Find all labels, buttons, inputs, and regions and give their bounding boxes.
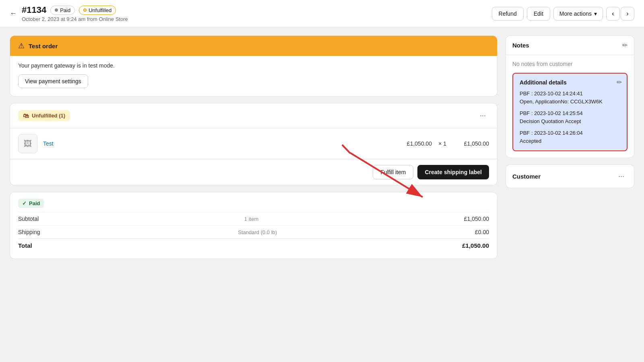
test-order-banner: ⚠ Test order xyxy=(10,36,497,56)
detail-1-line2: Open, ApplicationNo: CCGLX3W6K xyxy=(520,98,620,106)
fulfill-item-button[interactable]: Fulfill item xyxy=(373,165,413,179)
total-label: Total xyxy=(18,242,32,249)
content-area: ⚠ Test order Your payment gateway is in … xyxy=(0,27,644,267)
additional-details-title: Additional details xyxy=(520,79,620,86)
top-bar-left: ← #1134 Paid Unfulfilled October 2, 2023… xyxy=(10,5,128,22)
unfulfilled-header-badge: Unfulfilled xyxy=(79,6,116,15)
detail-2-line1: PBF : 2023-10-02 14:25:54 xyxy=(520,109,620,117)
more-actions-label: More actions xyxy=(559,10,592,17)
item-total: £1,050.00 xyxy=(453,140,489,147)
notes-body: No notes from customer xyxy=(506,55,634,73)
top-bar: ← #1134 Paid Unfulfilled October 2, 2023… xyxy=(0,0,644,27)
nav-arrows: ‹ › xyxy=(606,7,634,21)
payment-card: ✓ Paid Subtotal 1 item £1,050.00 Shippin… xyxy=(10,192,497,259)
box-icon: 🛍 xyxy=(23,112,29,119)
notes-card: Notes ✏ No notes from customer ✏ Additio… xyxy=(506,35,634,158)
banner-text: Your payment gateway is in test mode. xyxy=(18,62,489,69)
subtotal-row: Subtotal 1 item £1,050.00 xyxy=(18,212,489,225)
detail-1-line1: PBF : 2023-10-02 14:24:41 xyxy=(520,90,620,98)
unfulfilled-label: Unfulfilled xyxy=(89,7,111,13)
notes-edit-icon[interactable]: ✏ xyxy=(622,41,627,49)
payment-paid-label: Paid xyxy=(29,200,40,206)
fulfillment-header: 🛍 Unfulfilled (1) ··· xyxy=(10,103,497,128)
paid-badge: Paid xyxy=(50,6,75,15)
order-number: #1134 xyxy=(22,5,46,15)
paid-dot xyxy=(55,8,58,12)
main-column: ⚠ Test order Your payment gateway is in … xyxy=(10,35,497,259)
notes-empty-text: No notes from customer xyxy=(512,61,627,67)
additional-details-box: ✏ Additional details PBF : 2023-10-02 14… xyxy=(512,73,627,151)
next-order-button[interactable]: › xyxy=(621,7,634,21)
side-column: Notes ✏ No notes from customer ✏ Additio… xyxy=(506,35,634,259)
create-shipping-label-button[interactable]: Create shipping label xyxy=(417,165,489,179)
chevron-down-icon: ▾ xyxy=(594,10,597,17)
detail-entry-1: PBF : 2023-10-02 14:24:41 Open, Applicat… xyxy=(520,90,620,105)
subtotal-value: £1,050.00 xyxy=(464,216,489,222)
item-image-icon: 🖼 xyxy=(24,139,32,148)
top-bar-right: Refund Edit More actions ▾ ‹ › xyxy=(492,7,634,21)
subtotal-items: 1 item xyxy=(244,216,258,222)
additional-edit-icon[interactable]: ✏ xyxy=(617,78,622,86)
view-payment-settings-button[interactable]: View payment settings xyxy=(18,74,88,88)
item-qty: × 1 xyxy=(438,140,446,147)
customer-card: Customer ··· xyxy=(506,165,634,188)
detail-entry-3: PBF : 2023-10-02 14:26:04 Accepted xyxy=(520,129,620,145)
payment-header: ✓ Paid xyxy=(10,192,497,212)
payment-rows: Subtotal 1 item £1,050.00 Shipping Stand… xyxy=(10,212,497,259)
paid-label: Paid xyxy=(60,7,70,13)
customer-header: Customer ··· xyxy=(506,165,634,188)
customer-title: Customer xyxy=(512,173,541,180)
shipping-sub: Standard (0.0 lb) xyxy=(238,229,277,235)
banner-body: Your payment gateway is in test mode. Vi… xyxy=(10,56,497,96)
item-price: £1,050.00 xyxy=(407,140,432,147)
test-order-card: ⚠ Test order Your payment gateway is in … xyxy=(10,35,497,97)
item-pricing: £1,050.00 × 1 £1,050.00 xyxy=(407,140,489,147)
unfulfilled-badge-label: Unfulfilled (1) xyxy=(32,113,65,119)
banner-title: Test order xyxy=(29,43,58,49)
fulfillment-item-row: 🖼 Test £1,050.00 × 1 £1,050.00 xyxy=(10,128,497,159)
payment-paid-badge: ✓ Paid xyxy=(18,199,44,208)
detail-2-line2: Decision Quotation Accept xyxy=(520,117,620,125)
shipping-row: Shipping Standard (0.0 lb) £0.00 xyxy=(18,225,489,239)
unfulfilled-badge: 🛍 Unfulfilled (1) xyxy=(18,110,70,121)
unfulfilled-dot xyxy=(83,8,87,12)
order-date: October 2, 2023 at 9:24 am from Online S… xyxy=(22,16,128,22)
shipping-label: Shipping xyxy=(18,229,40,235)
item-image: 🖼 xyxy=(18,134,37,153)
total-value: £1,050.00 xyxy=(462,242,489,249)
notes-title: Notes xyxy=(512,42,529,49)
prev-order-button[interactable]: ‹ xyxy=(606,7,620,21)
edit-button[interactable]: Edit xyxy=(527,7,550,21)
customer-more-icon[interactable]: ··· xyxy=(615,171,627,182)
notes-header: Notes ✏ xyxy=(506,36,634,55)
more-actions-button[interactable]: More actions ▾ xyxy=(553,7,603,21)
detail-3-line2: Accepted xyxy=(520,137,620,145)
fulfillment-card: 🛍 Unfulfilled (1) ··· 🖼 Test £1,050.00 ×… xyxy=(10,103,497,185)
warning-icon: ⚠ xyxy=(18,41,25,50)
detail-entry-2: PBF : 2023-10-02 14:25:54 Decision Quota… xyxy=(520,109,620,125)
order-header-group: #1134 Paid Unfulfilled October 2, 2023 a… xyxy=(22,5,128,22)
shipping-value: £0.00 xyxy=(475,229,489,235)
fulfillment-actions: Fulfill item Create shipping label xyxy=(10,159,497,185)
back-button[interactable]: ← xyxy=(10,9,17,18)
item-name[interactable]: Test xyxy=(43,140,401,147)
total-row: Total £1,050.00 xyxy=(18,239,489,252)
refund-button[interactable]: Refund xyxy=(492,7,524,21)
detail-3-line1: PBF : 2023-10-02 14:26:04 xyxy=(520,129,620,137)
fulfillment-more-button[interactable]: ··· xyxy=(477,110,489,121)
check-icon: ✓ xyxy=(22,200,27,206)
subtotal-label: Subtotal xyxy=(18,216,39,222)
